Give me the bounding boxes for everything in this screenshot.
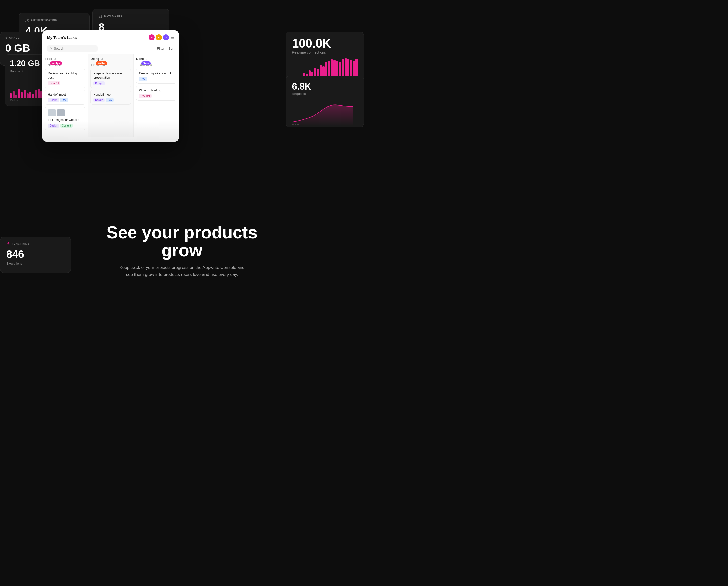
lightning-icon: [6, 242, 10, 245]
todo-count: 3: [54, 57, 56, 60]
functions-executions: Executions: [6, 262, 64, 265]
kanban-header-right: M A S ☰: [149, 34, 175, 41]
tag-design: Design: [48, 98, 59, 102]
task-review-blog: Review branding blog post Dev-Rel: [45, 69, 85, 88]
tag-dev: Dev: [60, 98, 68, 102]
svg-point-2: [99, 15, 102, 16]
aditya-cursor: Aditya: [50, 62, 62, 65]
task-handoff-doing: Handoff meet Design Dev: [90, 90, 131, 105]
functions-number: 846: [6, 249, 64, 260]
task-design-system: Prepare design system presentation Desig…: [90, 69, 131, 88]
done-column: Done 2 ··· + New Task Sara Create migrat…: [134, 54, 179, 138]
todo-title: Todo: [45, 57, 52, 61]
auth-label: AUTHENTICATION: [25, 19, 83, 22]
thumb1: [48, 109, 56, 116]
tag-devrel: Dev-Rel: [48, 81, 60, 85]
filter-btn[interactable]: Filter: [157, 47, 164, 50]
realtime-number: 100.0K: [292, 37, 358, 50]
task-handoff-todo: Handoff meet Design Dev: [45, 90, 85, 105]
tag-design4: Design: [93, 98, 105, 102]
search-box[interactable]: [47, 45, 98, 52]
walter-cursor: Walter: [96, 62, 107, 65]
hero-subtitle: Keep track of your projects progress on …: [94, 264, 270, 278]
svg-point-0: [26, 19, 27, 20]
todo-header: Todo 3 ···: [45, 56, 85, 61]
doing-count: 3: [101, 57, 103, 60]
functions-card: FUNCTIONS 846 Executions: [0, 237, 71, 273]
realtime-label: Realtime connections: [292, 50, 358, 54]
avatar-s: S: [163, 34, 169, 41]
kanban-columns: Todo 3 ··· + New Task Aditya Review bran…: [43, 54, 179, 138]
doing-column: Doing 3 ··· + New Task Walter Prepare de…: [88, 54, 133, 138]
done-more[interactable]: ···: [174, 57, 177, 61]
search-input[interactable]: [54, 47, 95, 50]
svg-point-1: [28, 19, 29, 20]
requests-card: 6.8K Requests 15 July: [286, 76, 364, 127]
doing-more[interactable]: ···: [128, 57, 131, 61]
sara-cursor: Sara: [141, 62, 151, 65]
done-title: Done: [136, 57, 144, 61]
sort-btn[interactable]: Sort: [168, 47, 175, 50]
tag-devrel2: Dev-Rel: [139, 94, 152, 98]
hero-title: See your products grow: [94, 223, 270, 260]
kanban-title: My Team's tasks: [47, 35, 77, 40]
done-header: Done 2 ···: [136, 56, 177, 61]
svg-text:15 July: 15 July: [292, 123, 299, 126]
search-icon: [50, 47, 52, 50]
task-edit-images: Edit images for website Design Content: [45, 106, 85, 130]
functions-label: FUNCTIONS: [6, 242, 64, 245]
kanban-avatars: M A S: [149, 34, 169, 41]
tag-dev2: Dev: [106, 98, 114, 102]
task-image-thumbs: [48, 109, 82, 116]
doing-header: Doing 3 ···: [90, 56, 131, 61]
svg-line-5: [51, 49, 52, 50]
filter-sort: Filter Sort: [157, 47, 175, 50]
requests-chart: 15 July: [292, 98, 358, 126]
tag-content: Content: [60, 124, 73, 127]
kanban-menu-icon[interactable]: ☰: [171, 35, 175, 40]
users-icon: [25, 19, 29, 22]
requests-label: Requests: [292, 92, 358, 96]
task-migrations: Create migrations script Dev: [136, 69, 177, 84]
requests-number: 6.8K: [292, 81, 358, 92]
tag-design2: Design: [48, 124, 59, 127]
kanban-board: My Team's tasks M A S ☰ Filter Sort: [43, 30, 179, 142]
todo-more[interactable]: ···: [82, 57, 85, 61]
avatar-m: M: [149, 34, 155, 41]
doing-title: Doing: [90, 57, 99, 61]
done-count: 2: [146, 57, 147, 60]
avatar-a: A: [156, 34, 162, 41]
kanban-search-bar: Filter Sort: [43, 43, 179, 54]
task-briefing: Write up briefing Dev-Rel: [136, 86, 177, 101]
kanban-header: My Team's tasks M A S ☰: [43, 30, 179, 43]
tag-design3: Design: [93, 81, 105, 85]
hero-section: See your products grow Keep track of you…: [94, 223, 270, 278]
db-label: DATABASES: [99, 15, 163, 18]
thumb2: [57, 109, 65, 116]
tag-dev3: Dev: [139, 77, 147, 81]
todo-column: Todo 3 ··· + New Task Aditya Review bran…: [43, 54, 88, 138]
db-icon: [99, 15, 102, 18]
